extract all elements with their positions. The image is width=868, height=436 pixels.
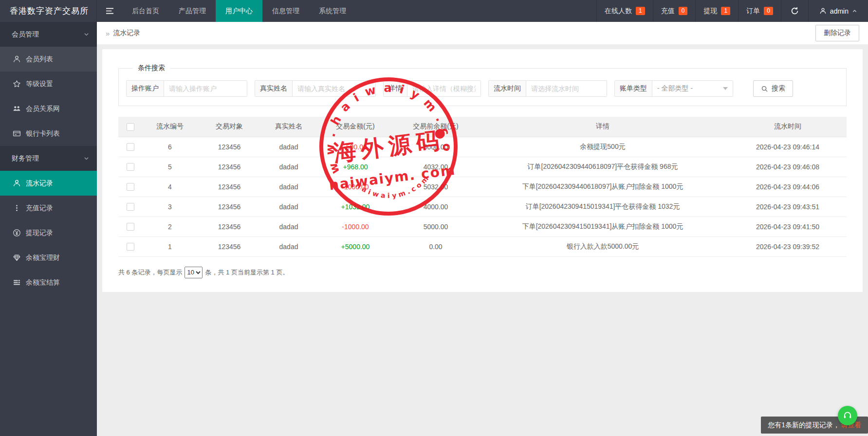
field-input-1[interactable] <box>293 81 375 96</box>
sidebar-item-0-0[interactable]: 会员列表 <box>0 47 97 72</box>
stat-count-badge: 0 <box>679 7 688 15</box>
row-checkbox[interactable] <box>127 223 134 231</box>
row-checkbox[interactable] <box>127 183 134 191</box>
row-checkbox[interactable] <box>127 143 134 151</box>
flow-detail: 订单[2026042309415019341]平仓获得金额 1032元 <box>477 197 729 217</box>
admin-user-menu[interactable]: admin <box>808 0 868 22</box>
sidebar-group-0[interactable]: 会员管理 <box>0 22 97 47</box>
flow-id: 1 <box>143 236 197 256</box>
header-stat-1[interactable]: 充值0 <box>653 0 696 22</box>
pagination-prefix: 共 6 条记录，每页显示 <box>118 268 182 277</box>
stat-label: 在线人数 <box>605 7 632 16</box>
row-checkbox[interactable] <box>127 243 134 251</box>
balance-before: 5032.00 <box>395 177 477 197</box>
flow-id: 6 <box>143 137 197 157</box>
flow-detail: 下单[2026042309440618097]从账户扣除金额 1000元 <box>477 177 729 197</box>
nav-item-0[interactable]: 后台首页 <box>122 0 169 22</box>
person-icon <box>13 55 21 63</box>
flow-id: 3 <box>143 197 197 217</box>
trade-amount: +5000.00 <box>316 236 395 256</box>
table-row: 6123456dadad-500.005000.00余额提现500元2026-0… <box>118 137 847 157</box>
trade-target: 123456 <box>197 217 261 236</box>
caret-up-icon <box>852 8 857 14</box>
table-row: 3123456dadad+1032.004000.00订单[2026042309… <box>118 197 847 217</box>
column-header-6: 流水时间 <box>729 117 847 137</box>
header-stats: 在线人数1充值0提现1订单0 <box>596 0 781 22</box>
top-nav: 后台首页产品管理用户中心信息管理系统管理 <box>122 0 356 22</box>
nav-item-1[interactable]: 产品管理 <box>169 0 216 22</box>
search-form-row: 操作账户真实姓名详情流水时间账单类型- 全部类型 - 搜索 <box>126 80 839 97</box>
field-input-2[interactable] <box>407 81 480 96</box>
field-input-0[interactable] <box>164 81 247 96</box>
nav-item-3[interactable]: 信息管理 <box>262 0 309 22</box>
flow-id: 2 <box>143 217 197 236</box>
sidebar-group-1[interactable]: 财务管理 <box>0 146 97 171</box>
search-icon <box>761 85 768 92</box>
flow-detail: 订单[2026042309440618097]平仓获得金额 968元 <box>477 157 729 177</box>
stat-label: 订单 <box>746 7 760 16</box>
main-content: » 流水记录 删除记录 条件搜索 操作账户真实姓名详情流水时间账单类型- 全部类… <box>97 22 868 436</box>
breadcrumb-bar: » 流水记录 删除记录 <box>97 22 868 44</box>
balance-before: 4000.00 <box>395 197 477 217</box>
trade-amount: +968.00 <box>316 157 395 177</box>
flow-id: 5 <box>143 157 197 177</box>
search-button[interactable]: 搜索 <box>753 80 793 97</box>
row-checkbox-cell <box>118 236 143 256</box>
row-checkbox[interactable] <box>127 163 134 171</box>
select-all-checkbox[interactable] <box>127 123 134 131</box>
field-label: 详情 <box>384 81 407 96</box>
nav-item-4[interactable]: 系统管理 <box>309 0 356 22</box>
header-stat-2[interactable]: 提现1 <box>695 0 738 22</box>
delete-records-button[interactable]: 删除记录 <box>815 25 859 41</box>
app-logo: 香港数字资产交易所 <box>0 0 97 22</box>
sidebar-item-0-1[interactable]: 等级设置 <box>0 72 97 96</box>
search-field-4: 账单类型- 全部类型 - <box>614 80 733 97</box>
row-checkbox-cell <box>118 177 143 197</box>
sidebar-item-1-0[interactable]: 流水记录 <box>0 171 97 196</box>
trade-target: 123456 <box>197 197 261 217</box>
sidebar-group-title: 会员管理 <box>12 30 39 39</box>
chevron-down-icon <box>83 31 90 37</box>
sidebar-item-label: 会员列表 <box>26 55 53 64</box>
real-name: dadad <box>261 177 316 197</box>
sidebar-item-1-4[interactable]: 余额宝结算 <box>0 270 97 295</box>
customer-service-button[interactable] <box>838 406 857 425</box>
field-input-3[interactable] <box>526 81 607 96</box>
real-name: dadad <box>261 157 316 177</box>
per-page-select[interactable]: 10 <box>185 267 203 278</box>
sidebar-item-label: 会员关系网 <box>26 105 60 113</box>
hamburger-menu-button[interactable] <box>97 0 122 22</box>
search-field-2: 详情 <box>383 80 481 97</box>
field-label: 真实姓名 <box>255 81 293 96</box>
real-name: dadad <box>261 197 316 217</box>
bank-card-icon <box>13 129 21 138</box>
person-icon <box>13 179 21 187</box>
sidebar-group-title: 财务管理 <box>12 154 39 163</box>
flow-time: 2026-04-23 09:39:52 <box>729 236 847 256</box>
flow-id: 4 <box>143 177 197 197</box>
sidebar-item-1-1[interactable]: 充值记录 <box>0 196 97 220</box>
nav-item-2[interactable]: 用户中心 <box>216 0 262 22</box>
sidebar-menu: 会员管理会员列表等级设置会员关系网银行卡列表财务管理流水记录充值记录提现记录余额… <box>0 22 97 295</box>
flow-time: 2026-04-23 09:44:06 <box>729 177 847 197</box>
stat-count-badge: 1 <box>721 7 730 15</box>
flow-records-table: 流水编号交易对象真实姓名交易金额(元)交易前余额(元)详情流水时间 612345… <box>118 117 847 257</box>
refresh-button[interactable] <box>781 0 808 22</box>
bill-type-select[interactable]: - 全部类型 - <box>652 81 733 96</box>
sidebar-item-1-3[interactable]: 余额宝理财 <box>0 245 97 270</box>
column-header-4: 交易前余额(元) <box>395 117 477 137</box>
real-name: dadad <box>261 137 316 157</box>
trade-amount: -1000.00 <box>316 217 395 236</box>
table-row: 4123456dadad-1000.005032.00下单[2026042309… <box>118 177 847 197</box>
header-stat-3[interactable]: 订单0 <box>738 0 781 22</box>
sidebar-item-1-2[interactable]: 提现记录 <box>0 220 97 245</box>
sidebar-item-0-2[interactable]: 会员关系网 <box>0 96 97 121</box>
yen-icon <box>13 229 21 237</box>
row-checkbox[interactable] <box>127 203 134 211</box>
header-stat-0[interactable]: 在线人数1 <box>596 0 653 22</box>
sidebar-item-0-3[interactable]: 银行卡列表 <box>0 121 97 146</box>
stat-count-badge: 1 <box>636 7 645 15</box>
field-label: 账单类型 <box>615 81 652 96</box>
balance-before: 4032.00 <box>395 157 477 177</box>
table-row: 1123456dadad+5000.000.00银行入款入款5000.00元20… <box>118 236 847 256</box>
